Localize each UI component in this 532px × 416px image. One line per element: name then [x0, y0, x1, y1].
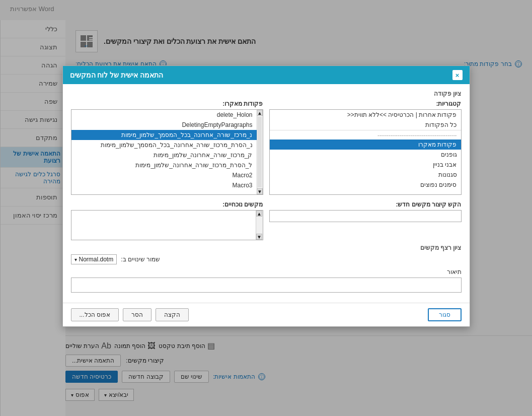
modal-reset-all-btn[interactable]: אפוס הכל... — [71, 308, 119, 321]
modal-remove-btn[interactable]: הסר — [123, 308, 151, 321]
command-item-0[interactable]: delete_Holon — [71, 110, 257, 120]
commands-list-inner: ▲ ▼ delete_Holon DeletingEmptyParagraphs… — [71, 110, 263, 194]
category-item-recent[interactable]: פקודות אחרות | הכרטיסיה >>ללא תווית<< — [270, 110, 461, 120]
scroll-down-arrow[interactable]: ▼ — [257, 188, 263, 194]
keys-scroll-up[interactable]: ▲ — [256, 211, 262, 217]
new-shortcut-input[interactable] — [269, 210, 462, 222]
modal-footer: סגור הקצה הסר אפוס הכל... — [63, 303, 470, 326]
category-item-macro[interactable]: פקודות מאקרו — [270, 140, 461, 150]
keys-scroll-down[interactable]: ▼ — [256, 234, 262, 240]
commands-col: פקודות מאקרו: ▲ ▼ delete_Holon DeletingE… — [71, 100, 263, 195]
current-keys-scrollbar[interactable]: ▲ ▼ — [256, 211, 263, 240]
commands-list[interactable]: ▲ ▼ delete_Holon DeletingEmptyParagraphs… — [71, 109, 263, 195]
modal-dialog: × התאמה אישית של לוח המקשים ציון פקודה ק… — [62, 65, 470, 327]
modal-close-btn[interactable]: סגור — [428, 308, 462, 321]
command-item-6[interactable]: Macro2 — [71, 170, 257, 180]
current-keys-label: מקשים נוכחיים: — [71, 201, 263, 208]
save-in-value: Normal.dotm — [79, 256, 114, 263]
command-item-5[interactable]: ל_הסרת_מרכוז_שורה_אחרונה_שלמון_מימות — [71, 160, 257, 170]
current-keys-area: ▲ ▼ — [71, 210, 263, 240]
modal-footer-right: הקצה הסר אפוס הכל... — [71, 308, 189, 321]
modal-titlebar: × התאמה אישית של לוח המקשים — [63, 66, 470, 84]
command-item-3[interactable]: נ_הסרת_מרכוז_שורה_אחרונה_בכל_המסמך_שלמון… — [71, 140, 257, 150]
category-list[interactable]: פקודות אחרות | הכרטיסיה >>ללא תווית<< כל… — [269, 109, 462, 195]
save-in-row: שמור שינויים ב: Normal.dotm ▾ — [71, 254, 462, 264]
category-separator: ----------------------------------------… — [270, 130, 461, 140]
category-item-symbols[interactable]: סימנים נפוצים — [270, 180, 461, 190]
category-item-all[interactable]: כל הפקודות — [270, 120, 461, 130]
modal-body: ציון פקודה קטגוריות: פקודות אחרות | הכרט… — [63, 84, 470, 303]
command-item-4[interactable]: ק_מרכוז_שורה_אחרונה_שלמון_מימות — [71, 150, 257, 160]
current-keys-col: מקשים נוכחיים: ▲ ▼ — [71, 201, 263, 240]
categories-label: קטגוריות: — [269, 100, 462, 107]
category-item-fonts[interactable]: גופנים — [270, 150, 461, 160]
modal-close-button[interactable]: × — [452, 70, 463, 80]
description-area — [71, 278, 462, 293]
new-shortcut-label: הקש קיצור מקשים חדש: — [269, 201, 462, 208]
commands-scrollbar[interactable]: ▲ ▼ — [257, 110, 263, 194]
modal-title: התאמה אישית של לוח המקשים — [70, 71, 164, 79]
command-item-7[interactable]: Macro3 — [71, 180, 257, 190]
category-item-building-blocks[interactable]: אבני בניין — [270, 160, 461, 170]
save-in-chevron: ▾ — [74, 257, 77, 262]
commands-items: delete_Holon DeletingEmptyParagraphs נ_מ… — [71, 110, 257, 194]
two-col-section: קטגוריות: פקודות אחרות | הכרטיסיה >>ללא … — [71, 100, 462, 195]
key-sequence-label: ציון רצף מקשים — [71, 244, 462, 251]
scroll-up-arrow[interactable]: ▲ — [257, 110, 263, 116]
commands-label: פקודות מאקרו: — [71, 100, 263, 107]
section-label-command: ציון פקודה — [71, 90, 462, 97]
category-item-styles[interactable]: סגנונות — [270, 170, 461, 180]
modal-footer-left: סגור — [428, 308, 462, 321]
description-label: תיאור — [71, 268, 462, 275]
command-item-1[interactable]: DeletingEmptyParagraphs — [71, 120, 257, 130]
command-item-2[interactable]: נ_מרכז_שורה_אחרונה_בכל_המסמך_שלמון_מימות — [71, 130, 257, 140]
shortcut-section: הקש קיצור מקשים חדש: מקשים נוכחיים: ▲ ▼ — [71, 201, 462, 240]
modal-assign-btn[interactable]: הקצה — [156, 308, 189, 321]
categories-col: קטגוריות: פקודות אחרות | הכרטיסיה >>ללא … — [269, 100, 462, 195]
save-in-label: שמור שינויים ב: — [121, 256, 160, 263]
save-in-select[interactable]: Normal.dotm ▾ — [71, 254, 117, 264]
new-shortcut-col: הקש קיצור מקשים חדש: — [269, 201, 462, 240]
